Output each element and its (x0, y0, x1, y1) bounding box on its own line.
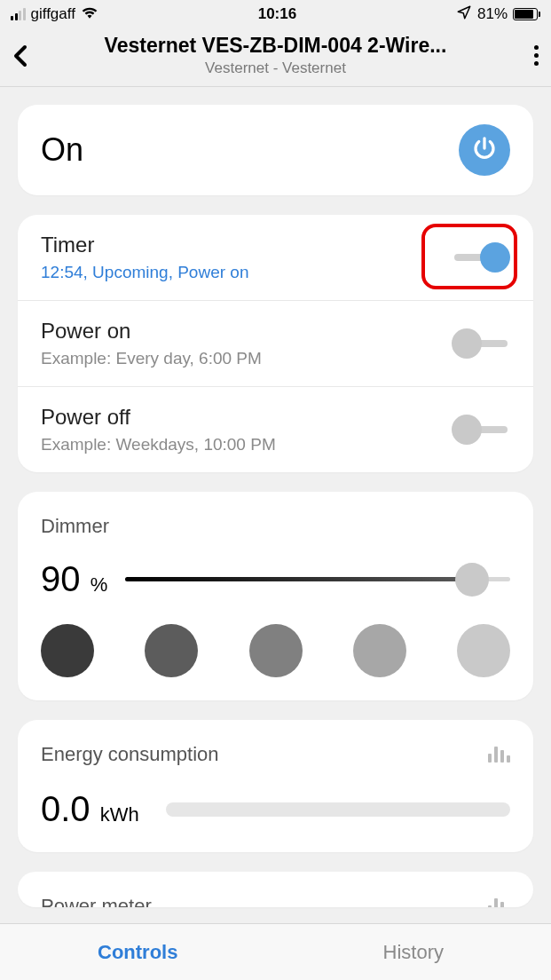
battery-icon (513, 8, 540, 20)
timer-row[interactable]: Timer 12:54, Upcoming, Power on (18, 215, 533, 300)
schedule-card: Timer 12:54, Upcoming, Power on Power on… (18, 215, 533, 472)
status-bar: giffgaff 10:16 81% (0, 0, 551, 28)
power-off-title: Power off (41, 405, 276, 430)
status-right: 81% (456, 4, 540, 25)
tab-history[interactable]: History (276, 924, 552, 980)
power-on-toggle[interactable] (452, 328, 510, 360)
power-on-title: Power on (41, 319, 262, 344)
page-title: Vesternet VES-ZB-DIM-004 2-Wire... (39, 34, 512, 58)
content: On Timer 12:54, Upcoming, Power on Power… (0, 87, 551, 980)
timer-toggle[interactable] (452, 241, 510, 273)
power-icon (471, 135, 498, 165)
energy-card: Energy consumption 0.0 kWh (18, 720, 533, 852)
dimmer-preset-3[interactable] (249, 624, 303, 677)
dimmer-value: 90 % (41, 559, 107, 599)
power-toggle-button[interactable] (459, 124, 510, 176)
dimmer-label: Dimmer (41, 515, 510, 538)
dimmer-slider[interactable] (125, 562, 510, 597)
dimmer-preset-4[interactable] (353, 624, 406, 677)
power-off-subtitle: Example: Weekdays, 10:00 PM (41, 435, 276, 454)
header: Vesternet VES-ZB-DIM-004 2-Wire... Veste… (0, 28, 551, 87)
power-meter-card: Power meter (18, 872, 533, 907)
energy-bar (166, 802, 510, 817)
bar-chart-icon[interactable] (488, 747, 510, 763)
energy-value: 0.0 kWh (41, 789, 139, 829)
timer-subtitle: 12:54, Upcoming, Power on (41, 263, 248, 282)
status-left: giffgaff (11, 5, 98, 24)
power-meter-title: Power meter (41, 895, 152, 907)
status-time: 10:16 (258, 5, 296, 23)
energy-title: Energy consumption (41, 743, 219, 766)
dimmer-presets (41, 624, 510, 677)
carrier-label: giffgaff (31, 5, 75, 23)
battery-pct: 81% (477, 5, 508, 23)
dimmer-preset-5[interactable] (457, 624, 510, 677)
power-on-row[interactable]: Power on Example: Every day, 6:00 PM (18, 300, 533, 386)
header-center: Vesternet VES-ZB-DIM-004 2-Wire... Veste… (39, 34, 512, 77)
power-off-toggle[interactable] (452, 414, 510, 446)
tab-controls[interactable]: Controls (0, 924, 276, 980)
more-vertical-icon (534, 45, 539, 66)
timer-title: Timer (41, 233, 248, 257)
bottom-tabs: Controls History (0, 923, 551, 980)
back-button[interactable] (12, 43, 39, 68)
dimmer-preset-1[interactable] (41, 624, 94, 677)
page-subtitle: Vesternet - Vesternet (39, 59, 512, 77)
location-icon (456, 4, 472, 25)
power-state-label: On (41, 131, 83, 169)
cellular-signal-icon (11, 8, 26, 20)
dimmer-preset-2[interactable] (145, 624, 198, 677)
power-off-row[interactable]: Power off Example: Weekdays, 10:00 PM (18, 386, 533, 472)
bar-chart-icon[interactable] (488, 898, 510, 907)
power-on-subtitle: Example: Every day, 6:00 PM (41, 349, 262, 368)
more-menu-button[interactable] (512, 45, 539, 66)
dimmer-card: Dimmer 90 % (18, 492, 533, 700)
power-state-card: On (18, 105, 533, 195)
wifi-icon (81, 5, 98, 24)
